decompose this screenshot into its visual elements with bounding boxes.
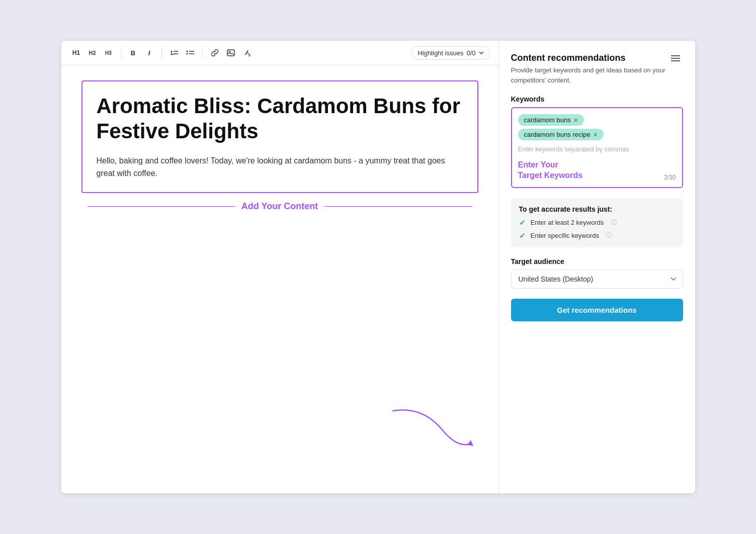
- h2-button[interactable]: H2: [86, 46, 100, 60]
- image-button[interactable]: [224, 46, 238, 60]
- sidebar: Content recommendations Provide target k…: [499, 41, 695, 493]
- svg-point-4: [186, 53, 188, 55]
- clear-format-button[interactable]: [240, 46, 254, 60]
- keyword-tag-1: cardamom buns ×: [518, 114, 584, 126]
- tip-check-2: ✓: [519, 231, 526, 240]
- svg-line-10: [247, 53, 250, 55]
- sidebar-header: Content recommendations Provide target k…: [511, 53, 683, 85]
- heading-group: H1 H2 H3: [69, 46, 116, 60]
- h1-button[interactable]: H1: [69, 46, 83, 60]
- tips-box: To get accurate results just: ✓ Enter at…: [511, 198, 683, 247]
- sidebar-title-area: Content recommendations Provide target k…: [511, 53, 668, 85]
- format-group: B I: [126, 46, 156, 60]
- app-container: H1 H2 H3 B I 1.: [61, 41, 695, 493]
- keyword-tag-1-remove[interactable]: ×: [574, 117, 578, 124]
- tip-check-1: ✓: [519, 218, 526, 227]
- italic-button[interactable]: I: [142, 46, 156, 60]
- toolbar-divider-1: [121, 48, 121, 58]
- keywords-footer: Enter YourTarget Keywords 2/30: [518, 160, 676, 181]
- h3-button[interactable]: H3: [102, 46, 116, 60]
- keyword-tag-1-text: cardamom buns: [524, 116, 571, 124]
- curved-arrow: [383, 401, 483, 463]
- tip-item-1: ✓ Enter at least 2 keywords ⓘ: [519, 218, 675, 227]
- toolbar-divider-3: [202, 48, 203, 58]
- keyword-tag-2: cardamom buns recipe ×: [518, 129, 604, 140]
- keywords-count: 2/30: [664, 174, 676, 181]
- toolbar: H1 H2 H3 B I 1.: [61, 41, 498, 65]
- tip-item-2: ✓ Enter specific keywords ⓘ: [519, 231, 675, 240]
- keyword-tag-2-remove[interactable]: ×: [594, 131, 598, 138]
- tip-info-1[interactable]: ⓘ: [611, 218, 617, 227]
- tip-info-2[interactable]: ⓘ: [606, 231, 612, 240]
- keyword-input-placeholder[interactable]: Enter keywords separated by commas: [518, 144, 676, 154]
- svg-point-8: [229, 51, 230, 53]
- editor-content: Aromatic Bliss: Cardamom Buns for Festiv…: [61, 65, 498, 493]
- svg-text:1.: 1.: [170, 50, 175, 56]
- svg-point-3: [186, 51, 188, 52]
- editor-panel: H1 H2 H3 B I 1.: [61, 41, 499, 493]
- highlight-issues-button[interactable]: Highlight issues 0/0: [411, 46, 490, 60]
- bold-button[interactable]: B: [126, 46, 140, 60]
- content-area-border: Aromatic Bliss: Cardamom Buns for Festiv…: [81, 80, 478, 193]
- keywords-section-label: Keywords: [511, 95, 683, 103]
- list-group: 1.: [167, 46, 197, 60]
- sidebar-title: Content recommendations: [511, 53, 668, 63]
- article-title[interactable]: Aromatic Bliss: Cardamom Buns for Festiv…: [97, 94, 463, 144]
- highlight-issues-count: 0/0: [466, 49, 475, 57]
- sidebar-menu-button[interactable]: [668, 53, 683, 65]
- tip-text-2: Enter specific keywords: [531, 232, 600, 239]
- svg-marker-11: [467, 440, 473, 446]
- ordered-list-button[interactable]: 1.: [167, 46, 181, 60]
- keyword-tag-2-text: cardamom buns recipe: [524, 131, 591, 138]
- tip-text-1: Enter at least 2 keywords: [531, 219, 604, 226]
- keyword-tags: cardamom buns × cardamom buns recipe ×: [518, 114, 676, 140]
- article-body[interactable]: Hello, baking and coffee lovers! Today, …: [97, 154, 463, 180]
- tips-title: To get accurate results just:: [519, 205, 675, 213]
- audience-select[interactable]: United States (Desktop) United States (M…: [511, 270, 683, 289]
- insert-group: [208, 46, 254, 60]
- sidebar-description: Provide target keywords and get ideas ba…: [511, 65, 668, 85]
- keywords-section: Keywords cardamom buns × cardamom buns r…: [511, 95, 683, 188]
- svg-rect-7: [227, 50, 234, 56]
- toolbar-divider-2: [161, 48, 162, 58]
- add-content-label[interactable]: Add Your Content: [81, 201, 478, 212]
- get-recommendations-button[interactable]: Get recommendations: [511, 299, 683, 321]
- target-audience-label: Target audience: [511, 257, 683, 265]
- unordered-list-button[interactable]: [183, 46, 197, 60]
- link-button[interactable]: [208, 46, 222, 60]
- enter-keywords-label: Enter YourTarget Keywords: [518, 160, 583, 181]
- target-audience-section: Target audience United States (Desktop) …: [511, 257, 683, 289]
- highlight-issues-label: Highlight issues: [417, 49, 463, 57]
- keywords-box[interactable]: cardamom buns × cardamom buns recipe × E…: [511, 107, 683, 188]
